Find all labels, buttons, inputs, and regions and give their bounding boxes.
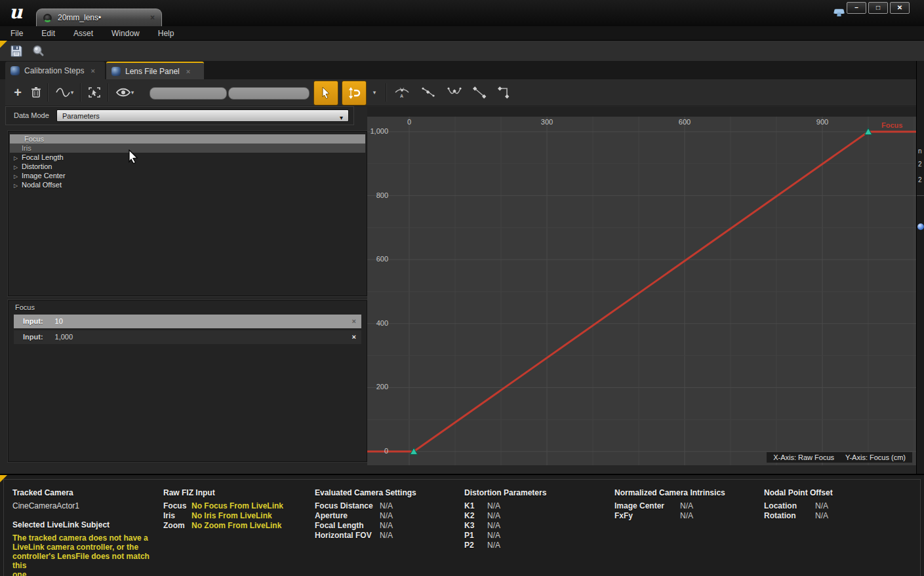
data-mode-dropdown[interactable]: Parameters ▾	[56, 109, 349, 122]
data-mode-label: Data Mode	[14, 111, 49, 119]
linear-tangent-button[interactable]	[468, 81, 491, 104]
camera-status-panel: Tracked Camera CineCameraActor1 Selected…	[0, 474, 924, 576]
param-row-focus[interactable]: Focus	[10, 134, 365, 144]
focus-panel-title: Focus	[15, 303, 35, 311]
focus-input-row-1000[interactable]: Input:1,000 ×	[14, 330, 361, 344]
lens-asset-icon	[43, 14, 52, 22]
curve-filter-field[interactable]	[150, 87, 227, 100]
param-row-distortion[interactable]: ▷Distortion	[10, 162, 365, 171]
asset-toolbar	[0, 41, 924, 62]
param-row-nodal-offset[interactable]: ▷Nodal Offset	[10, 180, 365, 189]
x-tick-label: 0	[407, 118, 411, 126]
minimize-button[interactable]: –	[847, 2, 866, 14]
nodal-point-offset-column: Nodal Point Offset LocationN/A RotationN…	[764, 488, 833, 521]
break-tangent-button[interactable]	[443, 81, 466, 104]
chevron-down-icon: ▾	[373, 89, 376, 96]
add-point-button[interactable]: +	[9, 81, 26, 104]
curve-view-dropdown[interactable]: ▾	[51, 81, 77, 104]
constant-tangent-button[interactable]	[493, 81, 515, 104]
data-mode-value: Parameters	[62, 112, 100, 120]
distortion-parameters-column: Distortion Parameters K1N/A K2N/A K3N/A …	[464, 488, 546, 550]
y-tick-label: 1,000	[367, 127, 388, 135]
menu-file[interactable]: File	[10, 28, 23, 39]
remove-input-icon[interactable]: ×	[352, 315, 356, 328]
snap-icon	[348, 86, 361, 100]
x-tick-label: 600	[679, 118, 691, 126]
chevron-down-icon: ▾	[131, 89, 134, 96]
browse-to-asset-button[interactable]	[31, 44, 45, 58]
y-tick-label: 800	[367, 191, 388, 199]
tutorial-cap-icon[interactable]	[834, 9, 845, 14]
menu-help[interactable]: Help	[158, 28, 174, 39]
clipped-text: 2	[918, 161, 922, 168]
curve-editor-graph[interactable]: 0300600900 1,0008006004002000 Focus X-Ax…	[367, 107, 916, 465]
param-row-iris[interactable]: Iris	[10, 144, 365, 153]
expander-icon[interactable]: ▷	[14, 182, 20, 191]
tracked-camera-header: Tracked Camera	[12, 488, 165, 497]
param-row-focal-length[interactable]: ▷Focal Length	[10, 153, 365, 162]
status-frame: Tracked Camera CineCameraActor1 Selected…	[3, 479, 921, 576]
cropped-right-panel: n 2 2	[916, 61, 924, 475]
curve-editor-toolbar: + ▾ ▾ ▾ A	[5, 79, 919, 106]
raw-fiz-header: Raw FIZ Input	[163, 488, 283, 497]
tab-close-icon[interactable]: ×	[90, 67, 94, 75]
constant-tangent-icon	[496, 86, 512, 99]
linear-tangent-icon	[472, 86, 487, 99]
x-axis-caption: X-Axis: Raw Focus	[773, 453, 834, 461]
y-axis-caption: Y-Axis: Focus (cm)	[845, 453, 906, 461]
menu-asset[interactable]: Asset	[73, 28, 93, 39]
frame-selection-button[interactable]	[84, 81, 105, 104]
livelink-subject-header: Selected LiveLink Subject	[12, 520, 165, 529]
menu-window[interactable]: Window	[111, 28, 140, 39]
focus-input-row-10[interactable]: Input:10 ×	[14, 315, 361, 328]
parameter-list: Focus Iris ▷Focal Length ▷Distortion ▷Im…	[8, 131, 367, 296]
focus-inputs-panel: Focus Input:10 × Input:1,000 ×	[8, 300, 367, 462]
axis-caption: X-Axis: Raw Focus Y-Axis: Focus (cm)	[767, 452, 912, 463]
auto-tangent-button[interactable]: A	[391, 81, 413, 104]
unreal-engine-logo: u	[9, 1, 22, 23]
remove-input-icon[interactable]: ×	[352, 330, 356, 344]
menu-edit[interactable]: Edit	[41, 28, 55, 39]
clipped-text: n	[918, 147, 922, 155]
evaluated-settings-header: Evaluated Camera Settings	[315, 488, 416, 497]
curve-name-label: Focus	[881, 121, 902, 129]
asset-tab-close-icon[interactable]: ×	[150, 13, 155, 22]
distortion-parameters-header: Distortion Parameters	[464, 488, 546, 497]
tracked-camera-value: CineCameraActor1	[12, 501, 165, 510]
visibility-dropdown[interactable]: ▾	[110, 81, 139, 104]
plus-icon: +	[14, 85, 22, 100]
user-tangent-button[interactable]	[417, 81, 439, 104]
eye-icon	[115, 87, 131, 98]
asset-tab-20mm-lens[interactable]: 20mm_lens• ×	[36, 9, 162, 26]
tab-close-icon[interactable]: ×	[186, 67, 190, 75]
menu-bar: File Edit Asset Window Help	[0, 26, 924, 41]
curve-filter-field-2[interactable]	[228, 87, 310, 100]
tab-calibration-steps[interactable]: Calibration Steps ×	[5, 62, 105, 79]
select-tool-button[interactable]	[313, 81, 338, 106]
svg-text:A: A	[400, 94, 403, 98]
auto-tangent-icon: A	[393, 86, 411, 99]
snap-options-dropdown[interactable]: ▾	[369, 81, 380, 104]
y-tick-label: 0	[367, 447, 388, 455]
slider-sphere-handle[interactable]	[917, 223, 924, 230]
tab-label: Lens File Panel	[125, 67, 180, 76]
param-row-image-center[interactable]: ▷Image Center	[10, 171, 365, 180]
evaluated-settings-column: Evaluated Camera Settings Focus Distance…	[315, 488, 416, 541]
focus-curve-plot[interactable]	[367, 107, 916, 465]
y-tick-label: 600	[367, 255, 388, 263]
save-button[interactable]	[9, 44, 24, 58]
tab-lens-file-panel[interactable]: Lens File Panel ×	[106, 62, 204, 79]
panel-tab-strip: Calibration Steps × Lens File Panel ×	[0, 61, 924, 79]
marquee-select-icon	[88, 86, 101, 98]
maximize-button[interactable]: □	[868, 2, 888, 14]
close-button[interactable]: ✕	[890, 2, 910, 14]
camera-intrinsics-header: Normalized Camera Intrinsics	[614, 488, 725, 497]
chevron-down-icon: ▾	[71, 89, 74, 96]
tracked-camera-column: Tracked Camera CineCameraActor1 Selected…	[12, 488, 165, 576]
delete-point-button[interactable]	[28, 81, 45, 104]
title-bar: u 20mm_lens• × – □ ✕	[0, 0, 924, 27]
clipped-text: 2	[918, 176, 922, 183]
mouse-cursor	[129, 149, 139, 164]
snap-toggle-button[interactable]	[342, 81, 367, 106]
livelink-warning: The tracked camera does not have a LiveL…	[12, 533, 165, 576]
